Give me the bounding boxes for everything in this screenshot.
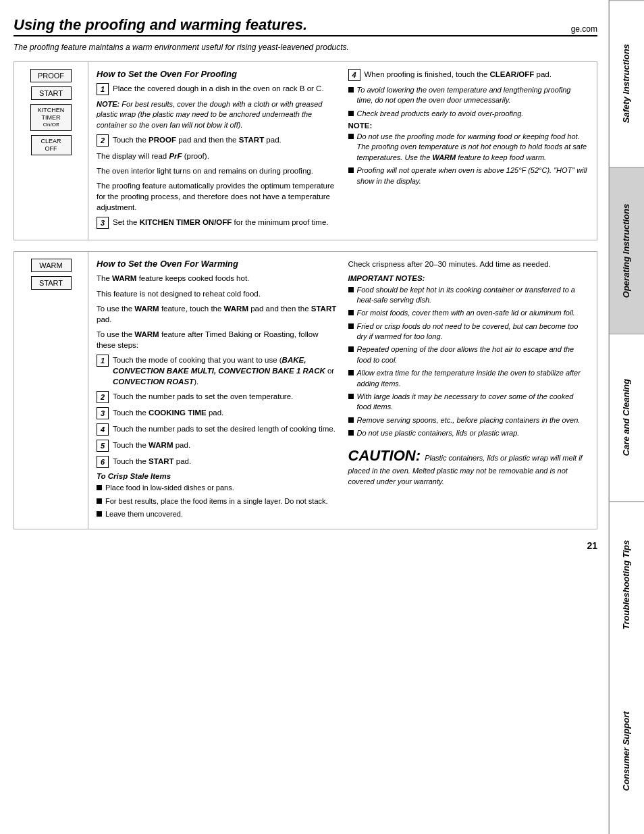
important-bullet-8: Do not use plastic containers, lids or p… — [348, 428, 589, 438]
warming-step-5: 5 Touch the WARM pad. — [97, 440, 338, 452]
imp-bullet-icon-6 — [348, 394, 354, 399]
crisp-bullet-text-3: Leave them uncovered. — [105, 509, 183, 519]
step-num-1: 1 — [97, 83, 109, 95]
light-text: The oven interior light turns on and rem… — [97, 165, 338, 176]
crisp-bullet-text-2: For best results, place the food items i… — [105, 496, 328, 506]
proofing-content: How to Set the Oven For Proofing 1 Place… — [88, 62, 597, 240]
crisp-bullet-1: Place food in low-sided dishes or pans. — [97, 483, 338, 493]
imp-bullet-icon-2 — [348, 310, 354, 315]
warming-content: How to Set the Oven For Warming The WARM… — [88, 252, 597, 529]
note-bullet-2: Proofing will not operate when oven is a… — [348, 165, 589, 186]
warm-step-num-4: 4 — [97, 423, 109, 436]
warm-step-num-1: 1 — [97, 355, 109, 367]
page-title: Using the proofing and warming features. — [14, 16, 307, 34]
warm-step-text-2: Touch the number pads to set the oven te… — [113, 391, 338, 402]
note-bullet-1: Do not use the proofing mode for warming… — [348, 132, 589, 163]
step-text-1: Place the covered dough in a dish in the… — [113, 83, 338, 94]
step-num-2: 2 — [97, 134, 109, 147]
crisp-bullet-icon-2 — [97, 498, 102, 504]
warm-step-num-6: 6 — [97, 456, 109, 468]
proofing-bullet-text-1: To avoid lowering the oven temperature a… — [357, 85, 589, 106]
warming-step-6: 6 Touch the START pad. — [97, 456, 338, 468]
caution-word: CAUTION: — [348, 447, 425, 464]
important-bullet-3: Fried or crisp foods do not need to be c… — [348, 321, 589, 342]
page-subtitle: The proofing feature maintains a warm en… — [14, 42, 597, 53]
step-num-4: 4 — [348, 69, 360, 81]
crisp-bullet-3: Leave them uncovered. — [97, 509, 338, 519]
sidebar-safety[interactable]: Safety Instructions — [610, 0, 644, 167]
important-bullet-6: With large loads it may be necessary to … — [348, 392, 589, 413]
important-bullet-1: Food should be kept hot in its cooking c… — [348, 285, 589, 306]
sidebar-operating[interactable]: Operating Instructions — [610, 167, 644, 334]
caution-block: CAUTION: Plastic containers, lids or pla… — [348, 446, 589, 488]
imp-bullet-icon-7 — [348, 417, 354, 423]
proofing-note: NOTE: For best results, cover the dough … — [97, 99, 338, 130]
sidebar-troubleshooting[interactable]: Troubleshooting Tips — [610, 501, 644, 668]
note-bullet-text-1: Do not use the proofing mode for warming… — [357, 132, 589, 163]
kitchen-timer-button[interactable]: KITCHENTIMEROn/Off — [30, 104, 72, 131]
warm-intro-4: To use the WARM feature after Timed Baki… — [97, 329, 338, 350]
step-num-3: 3 — [97, 217, 109, 229]
imp-bullet-text-4: Repeated opening of the door allows the … — [357, 344, 589, 365]
clear-off-button[interactable]: CLEAROFF — [31, 135, 72, 155]
proofing-heading: How to Set the Oven For Proofing — [97, 69, 338, 79]
warming-right-col: Check crispness after 20–30 minutes. Add… — [348, 259, 589, 522]
warm-step-text-4: Touch the number pads to set the desired… — [113, 423, 338, 434]
imp-bullet-text-1: Food should be kept hot in its cooking c… — [357, 285, 589, 306]
warm-intro-3: To use the WARM feature, touch the WARM … — [97, 303, 338, 325]
proofing-bullet-2: Check bread products early to avoid over… — [348, 109, 589, 119]
note-bullet-icon-2 — [348, 167, 354, 173]
warm-step-num-5: 5 — [97, 440, 109, 452]
start-button-warm[interactable]: START — [31, 276, 72, 290]
imp-bullet-text-8: Do not use plastic containers, lids or p… — [357, 428, 520, 438]
warm-step-text-1: Touch the mode of cooking that you want … — [113, 355, 338, 387]
crisp-bullet-text-1: Place food in low-sided dishes or pans. — [105, 483, 234, 493]
imp-bullet-icon-3 — [348, 323, 354, 329]
proof-button[interactable]: PROOF — [30, 69, 72, 82]
crisp-bullet-icon-3 — [97, 511, 102, 517]
sidebar-consumer[interactable]: Consumer Support — [610, 668, 644, 834]
note-label: NOTE: — [348, 122, 589, 130]
check-crispness: Check crispness after 20–30 minutes. Add… — [348, 259, 589, 269]
imp-bullet-text-2: For moist foods, cover them with an oven… — [357, 308, 575, 318]
warm-step-text-6: Touch the START pad. — [113, 456, 338, 467]
sidebar-care[interactable]: Care and Cleaning — [610, 334, 644, 500]
warming-left-col: How to Set the Oven For Warming The WARM… — [97, 259, 338, 522]
imp-bullet-icon-8 — [348, 430, 354, 436]
warm-step-num-2: 2 — [97, 391, 109, 403]
step-text-3: Set the KITCHEN TIMER ON/OFF for the min… — [113, 217, 338, 228]
imp-bullet-icon-1 — [348, 287, 354, 292]
important-bullet-4: Repeated opening of the door allows the … — [348, 344, 589, 365]
warm-button[interactable]: WARM — [31, 259, 72, 272]
warm-intro-1: The WARM feature keeps cooked foods hot. — [97, 273, 338, 284]
proofing-left-col: How to Set the Oven For Proofing 1 Place… — [97, 69, 338, 234]
warming-heading: How to Set the Oven For Warming — [97, 259, 338, 269]
step-text-4: When proofing is finished, touch the CLE… — [365, 69, 589, 80]
start-button-proof[interactable]: START — [31, 86, 72, 100]
warming-step-2: 2 Touch the number pads to set the oven … — [97, 391, 338, 403]
note-bullet-icon-1 — [348, 134, 354, 139]
crisp-heading: To Crisp Stale Items — [97, 472, 338, 480]
proofing-step-3: 3 Set the KITCHEN TIMER ON/OFF for the m… — [97, 217, 338, 229]
sidebar: Safety Instructions Operating Instructio… — [609, 0, 644, 834]
warm-step-text-5: Touch the WARM pad. — [113, 440, 338, 450]
proofing-buttons-panel: PROOF START KITCHENTIMEROn/Off CLEAROFF — [14, 62, 88, 240]
important-bullet-5: Allow extra time for the temperature ins… — [348, 368, 589, 389]
imp-bullet-icon-4 — [348, 346, 354, 352]
important-bullet-2: For moist foods, cover them with an oven… — [348, 308, 589, 318]
website-label: ge.com — [571, 24, 597, 34]
proofing-right-col: 4 When proofing is finished, touch the C… — [348, 69, 589, 234]
crisp-bullet-icon-1 — [97, 485, 102, 490]
display-text: The display will read PrF (proof). — [97, 151, 338, 161]
proofing-step-4: 4 When proofing is finished, touch the C… — [348, 69, 589, 81]
proofing-step-2: 2 Touch the PROOF pad and then the START… — [97, 134, 338, 147]
warming-section: WARM START How to Set the Oven For Warmi… — [14, 251, 597, 529]
imp-bullet-icon-5 — [348, 370, 354, 375]
bullet-icon-2 — [348, 111, 354, 116]
proofing-bullet-1: To avoid lowering the oven temperature a… — [348, 85, 589, 106]
note-bullet-text-2: Proofing will not operate when oven is a… — [357, 165, 589, 186]
bullet-icon-1 — [348, 87, 354, 93]
page-number: 21 — [14, 540, 597, 551]
step-text-2: Touch the PROOF pad and then the START p… — [113, 134, 338, 145]
proofing-bullet-text-2: Check bread products early to avoid over… — [357, 109, 524, 119]
